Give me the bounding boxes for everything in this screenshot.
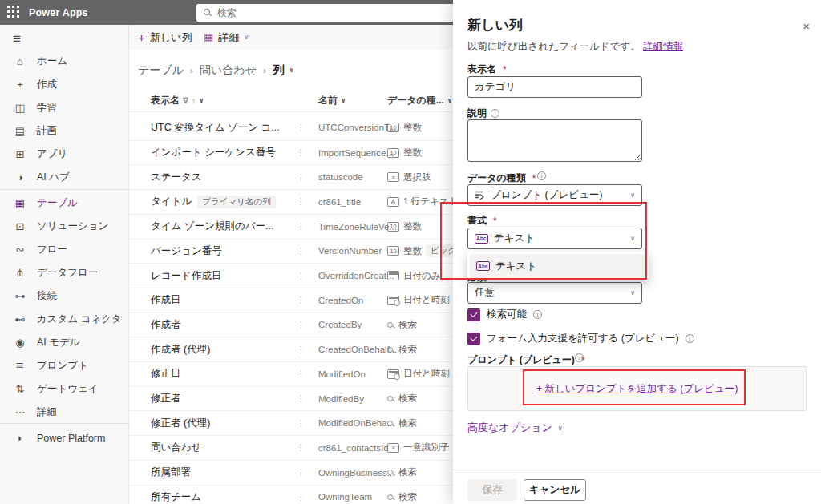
row-menu-icon[interactable] <box>297 165 305 189</box>
data-type-info <box>537 171 546 180</box>
row-menu-icon[interactable] <box>297 288 305 312</box>
lookup-icon <box>387 396 393 401</box>
row-menu-icon[interactable] <box>297 362 305 386</box>
sidebar-item-connections[interactable]: 接続 <box>0 284 129 308</box>
power-platform-icon <box>14 432 26 444</box>
row-menu-icon[interactable] <box>297 313 305 337</box>
prompt-info <box>575 353 584 362</box>
new-column-panel: 新しい列 以前に呼び出されたフィールドです。 詳細情報 表示名 説明 データの種… <box>453 0 821 504</box>
sidebar-item-ai-models[interactable]: AI モデル <box>0 331 129 354</box>
sidebar-item-home[interactable]: ホーム <box>0 50 129 73</box>
info-icon <box>575 353 584 362</box>
form-fill-assist-checkbox[interactable]: フォーム入力支援を許可する (プレビュー) <box>467 332 694 345</box>
chevron-down-icon <box>630 289 635 296</box>
global-search[interactable] <box>196 4 455 22</box>
sidebar-item-flows[interactable]: フロー <box>0 238 129 261</box>
checkbox-checked-icon[interactable] <box>467 308 480 321</box>
row-menu-icon[interactable] <box>297 141 305 165</box>
waffle-menu-icon[interactable] <box>7 6 22 20</box>
searchable-checkbox[interactable]: 検索可能 <box>467 308 542 321</box>
row-menu-icon[interactable] <box>297 215 305 239</box>
panel-subtitle: 以前に呼び出されたフィールドです。 詳細情報 <box>467 40 683 54</box>
lookup-icon <box>387 322 393 328</box>
prompt-icon <box>475 190 485 200</box>
plan-icon <box>14 125 26 137</box>
hamburger-icon[interactable] <box>13 31 21 47</box>
data-type-dropdown[interactable]: プロンプト (プレビュー) <box>467 184 642 206</box>
display-name-input[interactable] <box>467 76 642 98</box>
date-time-icon <box>387 369 399 379</box>
lookup-icon <box>387 494 393 500</box>
custom-connector-icon <box>14 313 26 325</box>
home-icon <box>14 55 26 67</box>
lookup-icon <box>387 470 393 475</box>
sidebar-divider <box>0 189 129 190</box>
sidebar-item-prompts[interactable]: プロンプト <box>0 354 129 377</box>
description-textarea[interactable] <box>467 119 642 162</box>
ai-models-icon <box>14 337 26 349</box>
power-apps-window: Power Apps ホーム 作成 学習 計画 アプリ AI ハブ テーブル ソ… <box>0 0 821 504</box>
prompt-placeholder-area: + 新しいプロンプトを追加する (プレビュー) <box>467 366 807 411</box>
prompts-icon <box>14 360 26 372</box>
search-input[interactable] <box>217 7 418 18</box>
book-icon <box>14 102 26 114</box>
close-icon[interactable] <box>803 19 810 33</box>
cancel-button[interactable]: キャンセル <box>524 479 586 501</box>
sidebar-item-gateways[interactable]: ゲートウェイ <box>0 377 129 401</box>
sidebar-item-power-platform[interactable]: Power Platform <box>0 426 129 450</box>
sidebar-item-tables[interactable]: テーブル <box>0 192 129 215</box>
row-menu-icon[interactable] <box>297 486 305 504</box>
checkbox-checked-icon[interactable] <box>467 333 480 345</box>
format-dropdown-flyout: テキスト <box>467 252 649 280</box>
more-icon <box>14 406 26 418</box>
save-button[interactable]: 保存 <box>467 479 517 501</box>
row-menu-icon[interactable] <box>297 115 305 140</box>
chevron-down-icon <box>558 425 563 432</box>
sidebar-item-solutions[interactable]: ソリューション <box>0 215 129 238</box>
sidebar-item-ai-hub[interactable]: AI ハブ <box>0 166 129 189</box>
advanced-options-link[interactable]: 高度なオプション <box>467 421 563 435</box>
prompt-section-label: プロンプト (プレビュー) <box>467 353 585 367</box>
gateways-icon <box>14 383 26 395</box>
sidebar-item-custom-connectors[interactable]: カスタム コネクタ <box>0 308 129 331</box>
tables-grid-icon <box>14 197 26 209</box>
sidebar-divider <box>0 423 129 424</box>
solutions-icon <box>14 220 26 232</box>
date-only-icon <box>387 271 399 280</box>
row-menu-icon[interactable] <box>297 411 305 435</box>
chevron-down-icon <box>630 192 635 199</box>
number-icon <box>387 246 399 256</box>
learn-more-link[interactable]: 詳細情報 <box>643 41 683 52</box>
unique-id-icon <box>387 443 399 453</box>
format-dropdown[interactable]: テキスト <box>467 228 642 249</box>
row-menu-icon[interactable] <box>297 264 305 288</box>
row-menu-icon[interactable] <box>297 240 305 264</box>
dataflows-icon <box>14 267 26 279</box>
row-menu-icon[interactable] <box>297 387 305 411</box>
plus-icon <box>14 79 26 91</box>
add-prompt-link[interactable]: + 新しいプロンプトを追加する (プレビュー) <box>536 382 738 396</box>
row-menu-icon[interactable] <box>297 190 305 214</box>
row-menu-icon[interactable] <box>297 461 305 485</box>
flows-icon <box>14 244 26 256</box>
sidebar-item-plan[interactable]: 計画 <box>0 119 129 143</box>
connections-icon <box>14 290 26 302</box>
info-icon <box>533 310 542 319</box>
row-menu-icon[interactable] <box>297 436 305 460</box>
apps-icon <box>14 148 26 160</box>
required-dropdown[interactable]: 任意 <box>467 282 642 304</box>
date-time-icon <box>387 296 399 305</box>
display-name-label: 表示名 <box>467 62 507 76</box>
format-option-text[interactable]: テキスト <box>470 254 646 278</box>
info-icon <box>537 171 546 180</box>
sidebar-item-learn[interactable]: 学習 <box>0 96 129 119</box>
number-icon <box>387 123 399 132</box>
choice-icon <box>387 172 399 182</box>
panel-footer-divider <box>453 470 821 470</box>
row-menu-icon[interactable] <box>297 337 305 361</box>
sidebar-item-create[interactable]: 作成 <box>0 73 129 96</box>
sidebar-item-dataflows[interactable]: データフロー <box>0 261 129 284</box>
sidebar-item-more[interactable]: 詳細 <box>0 401 129 424</box>
ai-hub-icon <box>14 171 26 183</box>
sidebar-item-apps[interactable]: アプリ <box>0 143 129 166</box>
